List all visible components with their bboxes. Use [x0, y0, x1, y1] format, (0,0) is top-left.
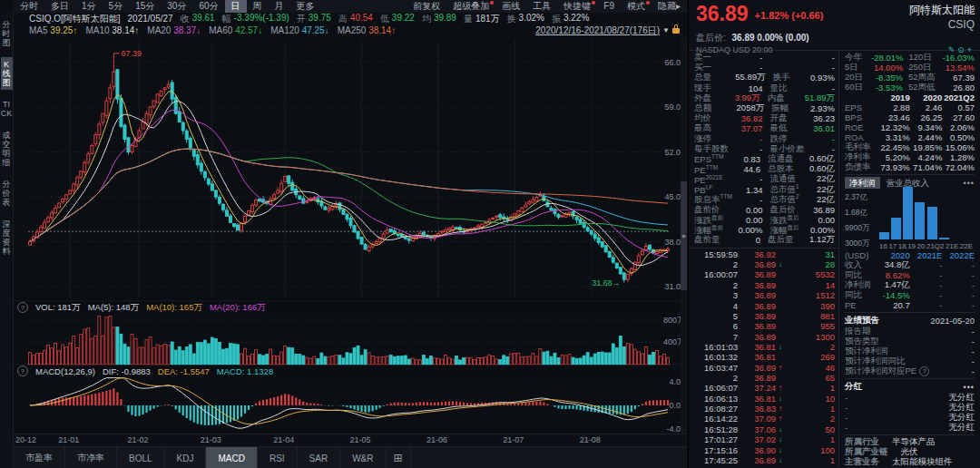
- tape-row[interactable]: 17:01:2737.02↓1: [694, 434, 835, 444]
- period-tab-5分[interactable]: 5分: [103, 0, 130, 13]
- tape-row[interactable]: 16:01:3236.81269: [694, 352, 835, 362]
- more-menu-icon[interactable]: •••: [964, 179, 975, 188]
- date-range-selector[interactable]: 2020/12/16-2021/08/27(176日): [535, 24, 660, 37]
- quote-info-row: CSIQ.O[阿特斯太阳能] 2021/05/27 收39.61幅-3.39%(…: [14, 13, 687, 24]
- est-row: 同比-14.5%--: [845, 290, 975, 300]
- indicator-tab-KDJ[interactable]: KDJ: [165, 447, 207, 468]
- forecast-value: -: [972, 336, 975, 346]
- more-menu-icon[interactable]: •••: [964, 383, 975, 392]
- add-indicator-button[interactable]: ⊞: [387, 447, 411, 468]
- estimates-table: (USD)20202021E2022E收入34.8亿--同比8.62%--净利润…: [845, 250, 975, 310]
- tape-row[interactable]: 17:45:2536.89↓1: [694, 455, 835, 465]
- tape-volume: 1: [785, 404, 835, 414]
- sidebar-item-2[interactable]: TICK: [1, 97, 13, 121]
- tape-row[interactable]: 16:06:0737.24↑1: [694, 383, 835, 393]
- fin-cell: 19.85%: [910, 142, 943, 152]
- chevron-down-icon[interactable]: ▼: [662, 26, 670, 34]
- indicator-tab-BOLL[interactable]: BOLL: [117, 447, 165, 468]
- tape-row[interactable]: 436.89390: [694, 300, 835, 310]
- indicator-tab-RSI[interactable]: RSI: [258, 447, 298, 468]
- period-tab-60分[interactable]: 60分: [192, 0, 224, 13]
- tape-row[interactable]: 17:15:1636.90↓100: [694, 444, 835, 454]
- period-tab-更多[interactable]: 更多: [290, 0, 321, 13]
- field-label: 均: [422, 13, 431, 25]
- tape-price: 37.24: [738, 383, 776, 393]
- tape-row[interactable]: 16:01:0336.81↓2: [694, 342, 835, 352]
- field-label: 量: [464, 13, 473, 25]
- date-label: 2021/05/27: [128, 14, 173, 24]
- period-tab-周[interactable]: 周: [247, 0, 269, 13]
- indicator-tab-SAR[interactable]: SAR: [298, 447, 341, 468]
- period-tab-多日[interactable]: 多日: [44, 0, 75, 13]
- tape-row[interactable]: 16:06:1336.81↓10: [694, 394, 835, 404]
- indicator-tab-市净率[interactable]: 市净率: [65, 447, 117, 468]
- help-icon[interactable]: ?: [17, 366, 28, 376]
- quote-value: -: [740, 195, 770, 205]
- tape-row[interactable]: 536.89881: [694, 311, 835, 321]
- indicator-tab-市盈率[interactable]: 市盈率: [14, 447, 65, 468]
- period-tab-日[interactable]: 日: [225, 0, 247, 13]
- lock-icon[interactable]: [672, 28, 680, 34]
- quote-left-column: 卖一--买一--总量55.89万换手0.93%现手104量比-外盘3.99万内盘…: [689, 51, 839, 467]
- macd-histogram: [30, 388, 668, 425]
- tape-time: 17:45:25: [694, 455, 738, 465]
- fin-cell: 72.04%: [942, 162, 975, 172]
- tape-row[interactable]: 636.89955: [694, 321, 835, 331]
- tape-time: 16:14:22: [694, 414, 738, 424]
- sidebar-item-4[interactable]: 分价表: [1, 177, 13, 210]
- sidebar-item-0[interactable]: 分时图: [1, 17, 13, 50]
- menu-2[interactable]: 画线: [495, 0, 526, 13]
- tape-row[interactable]: 336.891512: [694, 290, 835, 300]
- quote-value: 44.6: [740, 164, 768, 174]
- tape-row[interactable]: 236.89↓28: [694, 259, 835, 269]
- menu-4[interactable]: 快捷键: [557, 0, 597, 13]
- indicator-tab-MACD[interactable]: MACD: [206, 447, 257, 468]
- sidebar-item-3[interactable]: 成交明细: [1, 128, 13, 170]
- period-tab-15分[interactable]: 15分: [129, 0, 161, 13]
- tape-row[interactable]: 16:14:2237.09↑2: [694, 414, 835, 424]
- field-value: 3.22%: [564, 13, 589, 25]
- help-icon[interactable]: ?: [919, 366, 929, 376]
- tape-row[interactable]: 16:03:4736.89↑46: [694, 363, 835, 373]
- tape-row[interactable]: 16:51:2837.06↓50: [694, 424, 835, 434]
- indicator-tab-W&R[interactable]: W&R: [340, 447, 386, 468]
- quote-value: 0.83: [740, 154, 768, 164]
- period-tab-月[interactable]: 月: [269, 0, 290, 13]
- help-icon[interactable]: ?: [17, 302, 28, 313]
- field-label: 换: [507, 13, 516, 25]
- ma-value: 38.37↓: [173, 25, 201, 35]
- menu-1[interactable]: 超级叠加: [446, 0, 495, 13]
- field-value: -3.39%(-1.39): [234, 13, 289, 25]
- menu-3[interactable]: 工具: [526, 0, 557, 13]
- tape-row[interactable]: 236.8914: [694, 280, 835, 290]
- menu-0[interactable]: 前复权: [407, 0, 446, 13]
- time-sales-list[interactable]: 15:59:5936.9231236.89↓2816:00:0736.89553…: [689, 248, 838, 467]
- tape-row[interactable]: 16:08:2736.83↑1: [694, 404, 835, 414]
- earnings-cat: 16: [879, 242, 887, 250]
- tape-row[interactable]: 736.891300: [694, 331, 835, 341]
- ma-item-MA120: MA120 47.25↓: [270, 25, 329, 35]
- last-price: 36.89: [696, 3, 749, 24]
- quote-detail-grid: 卖一--买一--总量55.89万换手0.93%现手104量比-外盘3.99万内盘…: [689, 51, 838, 246]
- perf-row: 60日-3.53%52周低26.80: [845, 83, 975, 93]
- period-tab-30分[interactable]: 30分: [161, 0, 192, 13]
- menu-6[interactable]: 模式: [621, 0, 652, 13]
- tape-time: 16:06:13: [694, 394, 738, 404]
- period-tab-分时[interactable]: 分时: [14, 0, 44, 13]
- chart-scrollbar[interactable]: »: [681, 36, 687, 434]
- sidebar-item-5[interactable]: 深度资料: [1, 217, 13, 258]
- tape-row[interactable]: 15:59:5936.9231: [694, 249, 835, 259]
- field-label: 开: [297, 13, 306, 25]
- scrollbar-thumb[interactable]: »: [681, 181, 687, 290]
- menu-7[interactable]: 隐藏▸: [652, 0, 687, 13]
- axis-month-21-07: 21-07: [503, 435, 524, 444]
- time-axis: 20-1221-0121-0221-0321-0421-0521-0621-07…: [14, 434, 687, 447]
- menu-5[interactable]: F9: [597, 0, 621, 13]
- tape-row[interactable]: 16:00:0736.895532: [694, 269, 835, 279]
- tape-row[interactable]: 236.8965: [694, 373, 835, 383]
- tape-time: 16:08:27: [694, 404, 738, 414]
- period-tab-1分[interactable]: 1分: [75, 0, 103, 13]
- sidebar-item-1[interactable]: K线图: [1, 57, 13, 90]
- tape-volume: 1300: [785, 332, 835, 342]
- earnings-tab-净利润[interactable]: 净利润: [845, 177, 880, 189]
